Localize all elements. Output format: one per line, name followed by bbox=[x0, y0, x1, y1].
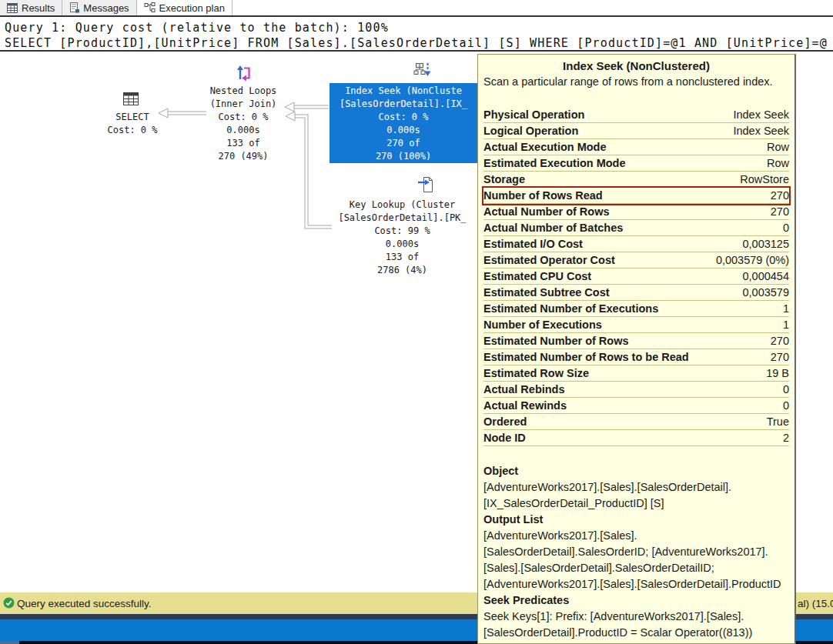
property-label: Estimated Number of Executions bbox=[483, 302, 658, 315]
plan-node-line: Key Lookup (Cluster bbox=[327, 199, 477, 212]
property-value: 270 bbox=[771, 351, 789, 363]
tooltip-property-row: Estimated Number of Rows 270 bbox=[483, 333, 789, 349]
tooltip-property-row: Estimated CPU Cost 0,000454 bbox=[483, 269, 789, 285]
section-line: Seek Keys[1]: Prefix: [AdventureWorks201… bbox=[483, 609, 789, 625]
tooltip-title: Index Seek (NonClustered) bbox=[483, 58, 789, 74]
section-heading-seek-predicates: Seek Predicates bbox=[483, 592, 789, 609]
property-value: Index Seek bbox=[733, 108, 789, 121]
tooltip-property-rows: Physical Operation Index Seek Logical Op… bbox=[483, 107, 789, 446]
messages-icon bbox=[69, 2, 79, 13]
property-value: 0,000454 bbox=[743, 270, 789, 282]
arrow-keylookup-to-nestedloops[interactable] bbox=[286, 112, 332, 227]
arrow-indexseek-to-nestedloops[interactable] bbox=[285, 102, 329, 112]
property-label: Estimated Number of Rows to be Read bbox=[483, 351, 689, 363]
property-label: Estimated I/O Cost bbox=[483, 238, 583, 250]
tooltip-seek-predicates-section: Seek Predicates Seek Keys[1]: Prefix: [A… bbox=[483, 592, 789, 641]
section-line: [AdventureWorks2017].[Sales].[SalesOrder… bbox=[483, 479, 789, 496]
section-heading-output-list: Output List bbox=[483, 512, 789, 528]
tooltip-property-row: Number of Rows Read 270 bbox=[483, 188, 789, 204]
tooltip-description: Scan a particular range of rows from a n… bbox=[483, 74, 789, 90]
tooltip-property-row: Estimated Number of Rows to be Read 270 bbox=[483, 349, 789, 365]
tooltip-property-row: Node ID 2 bbox=[483, 430, 789, 446]
property-label: Logical Operation bbox=[483, 125, 578, 137]
property-value: Row bbox=[767, 141, 789, 153]
status-server-fragment: al) (15.0 bbox=[798, 592, 833, 614]
plan-node-line: 2786 (4%) bbox=[327, 264, 477, 277]
tooltip-property-row: Number of Executions 1 bbox=[483, 317, 789, 333]
property-value: 270 bbox=[771, 189, 789, 202]
plan-node-line: 0.000s bbox=[330, 124, 477, 137]
tooltip-property-row: Ordered True bbox=[483, 414, 789, 430]
tooltip-property-row: Estimated Number of Executions 1 bbox=[483, 301, 789, 317]
ssms-results-pane: Results Messages Execution plan Query 1: bbox=[0, 0, 833, 644]
property-label: Actual Rebinds bbox=[483, 383, 565, 395]
tooltip-output-list-section: Output List [AdventureWorks2017].[Sales]… bbox=[483, 512, 789, 592]
execution-plan-icon bbox=[144, 2, 156, 13]
select-result-icon bbox=[122, 90, 140, 108]
property-label: Number of Executions bbox=[483, 319, 602, 331]
tooltip-property-row: Actual Rewinds 0 bbox=[483, 398, 789, 414]
plan-node-line: 0.000s bbox=[200, 124, 286, 137]
section-line: [SalesOrderDetail].SalesOrderID; [Advent… bbox=[483, 544, 789, 560]
plan-node-line: Cost: 0 % bbox=[100, 124, 165, 137]
property-value: 0,003579 (0%) bbox=[716, 254, 789, 266]
tab-messages-label: Messages bbox=[83, 2, 129, 14]
plan-node-line: Cost: 99 % bbox=[327, 225, 477, 238]
property-label: Estimated Row Size bbox=[483, 367, 589, 379]
property-value: True bbox=[767, 415, 789, 428]
query-statement-line: SELECT [ProductID],[UnitPrice] FROM [Sal… bbox=[5, 35, 833, 51]
plan-node-line: 270 (100%) bbox=[330, 150, 477, 163]
index-seek-tooltip: Index Seek (NonClustered) Scan a particu… bbox=[477, 54, 796, 644]
section-line: [IX_SalesOrderDetail_ProductID] [S] bbox=[483, 496, 789, 512]
section-line: [AdventureWorks2017].[Sales].[SalesOrder… bbox=[483, 576, 789, 592]
plan-node-line: 0.000s bbox=[327, 238, 477, 251]
tab-execution-plan[interactable]: Execution plan bbox=[137, 0, 233, 15]
tab-messages[interactable]: Messages bbox=[62, 0, 136, 15]
section-line: [SalesOrderDetail].ProductID = Scalar Op… bbox=[483, 625, 789, 641]
property-value: 19 B bbox=[766, 367, 789, 379]
property-value: 0 bbox=[783, 222, 789, 234]
section-heading-object: Object bbox=[483, 463, 789, 479]
plan-node-line: 270 (49%) bbox=[200, 150, 286, 163]
plan-node-line: Index Seek (NonCluste bbox=[330, 85, 477, 98]
property-label: Ordered bbox=[483, 415, 527, 428]
index-seek-icon bbox=[413, 61, 431, 79]
property-value: 270 bbox=[771, 205, 789, 218]
property-label: Physical Operation bbox=[483, 108, 584, 121]
property-label: Estimated Number of Rows bbox=[483, 335, 629, 347]
property-label: Estimated Operator Cost bbox=[483, 254, 615, 266]
plan-node-line: SELECT bbox=[100, 111, 165, 124]
plan-node-line: 133 of bbox=[327, 251, 477, 264]
section-line: [AdventureWorks2017].[Sales]. bbox=[483, 528, 789, 544]
property-value: 1 bbox=[783, 302, 789, 315]
tooltip-property-row: Actual Number of Rows 270 bbox=[483, 204, 789, 220]
tooltip-property-row: Estimated I/O Cost 0,003125 bbox=[483, 236, 789, 252]
property-label: Node ID bbox=[483, 432, 526, 444]
tooltip-property-row: Estimated Execution Mode Row bbox=[483, 155, 789, 172]
tooltip-property-row: Estimated Operator Cost 0,003579 (0%) bbox=[483, 252, 789, 269]
index-seek-selection-box: Index Seek (NonCluste[SalesOrderDetail].… bbox=[330, 83, 477, 163]
property-label: Estimated CPU Cost bbox=[483, 270, 591, 282]
property-value: Index Seek bbox=[733, 125, 789, 137]
tooltip-property-row: Logical Operation Index Seek bbox=[483, 123, 789, 139]
property-value: 1 bbox=[783, 319, 789, 331]
property-label: Storage bbox=[483, 173, 525, 185]
plan-node-line: 270 of bbox=[330, 137, 477, 150]
nested-loops-icon bbox=[234, 64, 253, 82]
plan-node-line: [SalesOrderDetail].[IX_ bbox=[330, 98, 477, 111]
tooltip-property-row: Actual Execution Mode Row bbox=[483, 139, 789, 155]
tooltip-property-row: Physical Operation Index Seek bbox=[483, 107, 789, 123]
property-value: 0 bbox=[783, 383, 789, 395]
arrow-nestedloops-to-select[interactable] bbox=[159, 108, 206, 118]
query-cost-header: Query 1: Query cost (relative to the bat… bbox=[0, 18, 833, 52]
status-message: Query executed successfully. bbox=[17, 592, 152, 614]
tooltip-property-row: Storage RowStore bbox=[483, 172, 789, 188]
plan-node-line: Cost: 0 % bbox=[330, 111, 477, 124]
tab-results[interactable]: Results bbox=[0, 0, 62, 15]
property-label: Estimated Execution Mode bbox=[483, 157, 626, 169]
property-value: Row bbox=[767, 157, 789, 169]
tooltip-property-row: Actual Rebinds 0 bbox=[483, 382, 789, 398]
plan-node-line: (Inner Join) bbox=[200, 98, 286, 111]
plan-node-line: [SalesOrderDetail].[PK_ bbox=[327, 212, 477, 225]
plan-node-line: 133 of bbox=[200, 137, 286, 150]
